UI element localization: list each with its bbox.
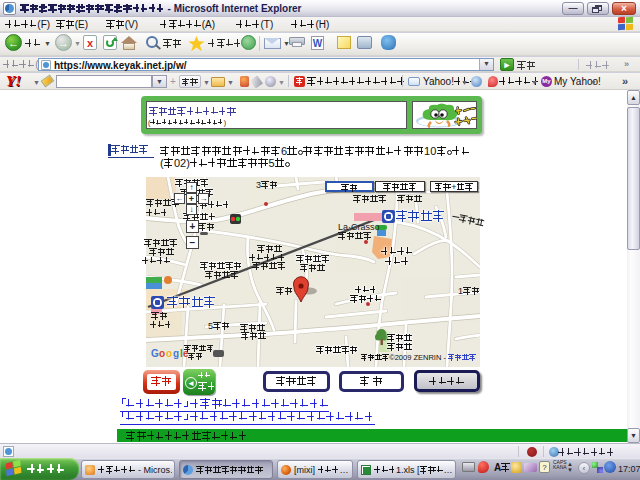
svg-text:G: G (151, 348, 159, 359)
svg-text:o: o (166, 348, 172, 359)
svg-text:g: g (173, 348, 179, 359)
svg-text:o: o (159, 348, 165, 359)
